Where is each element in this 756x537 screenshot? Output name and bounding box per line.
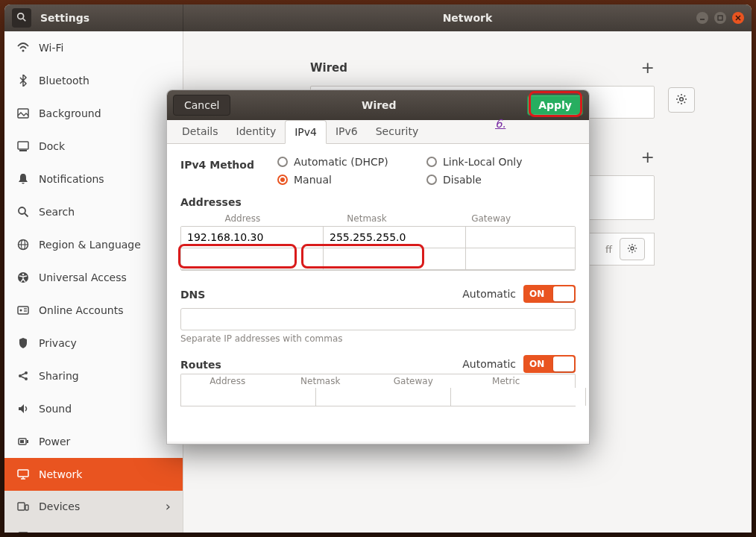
gateway-input[interactable] [466, 227, 576, 248]
minimize-button[interactable] [696, 12, 708, 24]
sidebar-item-sound[interactable]: Sound [4, 392, 183, 425]
routes-row: ✕ [180, 388, 576, 406]
dns-automatic-toggle[interactable]: ON [523, 285, 576, 303]
sidebar-item-universal-access[interactable]: Universal Access [4, 261, 183, 294]
routes-label: Routes [180, 359, 221, 371]
sidebar-item-label: Bluetooth [39, 75, 89, 87]
sidebar-item-power[interactable]: Power [4, 425, 183, 458]
dialog-body: IPv4 Method Automatic (DHCP) Link-Local … [167, 144, 589, 442]
sidebar-item-devices[interactable]: Devices › [4, 491, 183, 521]
sound-icon [16, 402, 30, 415]
tab-identity[interactable]: Identity [227, 120, 286, 143]
route-metric-input[interactable] [586, 388, 589, 406]
radio-icon [426, 157, 437, 167]
switch-on-label: ON [529, 289, 544, 299]
col-address: Address [181, 376, 274, 386]
address-row-1: ✕ [181, 227, 575, 248]
sidebar-item-label: Sound [39, 403, 72, 415]
search-icon [16, 205, 30, 219]
sidebar-item-label: Details [39, 531, 75, 533]
sidebar-item-wifi[interactable]: Wi-Fi [4, 31, 183, 64]
tab-details[interactable]: Details [173, 120, 227, 143]
wired-settings-button[interactable] [668, 87, 695, 113]
netmask-input[interactable] [324, 248, 466, 270]
sidebar-item-label: Background [39, 107, 101, 119]
sidebar-item-label: Privacy [39, 337, 77, 349]
apply-button[interactable]: Apply [527, 95, 583, 116]
dialog-title: Wired [362, 99, 397, 111]
add-wired-button[interactable]: + [641, 58, 655, 77]
svg-rect-3 [718, 16, 722, 20]
cancel-label: Cancel [184, 99, 219, 111]
sidebar-item-region[interactable]: Region & Language [4, 228, 183, 261]
apply-label: Apply [538, 99, 572, 111]
route-address-input[interactable] [181, 388, 316, 406]
annotation-step6: 6. [495, 117, 505, 131]
maximize-button[interactable] [714, 12, 726, 24]
route-gateway-input[interactable] [451, 388, 586, 406]
sidebar-item-dock[interactable]: Dock [4, 130, 183, 163]
proxy-status: ff [605, 244, 612, 255]
close-button[interactable] [732, 12, 744, 24]
radio-label: Manual [294, 174, 332, 186]
sidebar-item-details[interactable]: Details › [4, 521, 183, 533]
tab-ipv4[interactable]: IPv4 [285, 120, 327, 144]
svg-line-25 [22, 377, 25, 378]
sidebar-item-label: Sharing [39, 370, 79, 382]
address-input[interactable] [181, 227, 324, 248]
col-gateway: Gateway [367, 376, 460, 386]
dialog-header: Cancel Wired Apply [167, 90, 589, 120]
dns-input[interactable] [180, 308, 576, 330]
sidebar-item-sharing[interactable]: Sharing [4, 359, 183, 392]
address-row-2: ✕ [181, 248, 575, 270]
netmask-input[interactable] [324, 227, 466, 248]
dns-label: DNS [180, 289, 205, 301]
radio-icon [277, 157, 288, 167]
radio-disable[interactable]: Disable [426, 174, 576, 186]
tab-security[interactable]: Security [367, 120, 428, 143]
gateway-input[interactable] [466, 248, 576, 270]
addresses-label: Addresses [180, 196, 576, 208]
page-title: Network [443, 12, 493, 24]
radio-automatic[interactable]: Automatic (DHCP) [277, 156, 426, 168]
search-button[interactable] [12, 8, 31, 28]
svg-rect-17 [18, 307, 28, 314]
svg-line-11 [25, 213, 28, 217]
route-netmask-input[interactable] [316, 388, 451, 406]
sidebar-item-label: Wi-Fi [39, 42, 63, 54]
sidebar-item-privacy[interactable]: Privacy [4, 327, 183, 359]
power-icon [16, 435, 30, 448]
cancel-button[interactable]: Cancel [173, 95, 230, 116]
sidebar-item-label: Devices [39, 500, 80, 512]
radio-manual[interactable]: Manual [277, 174, 426, 186]
sidebar: Wi-Fi Bluetooth Background Dock Notifica… [4, 31, 183, 533]
sidebar-item-label: Network [39, 468, 82, 480]
routes-automatic-toggle[interactable]: ON [523, 355, 576, 373]
gear-icon [627, 243, 637, 256]
addresses-header: Address Netmask Gateway [180, 211, 576, 226]
devices-icon [16, 500, 30, 513]
sidebar-item-online-accounts[interactable]: Online Accounts [4, 294, 183, 327]
tab-ipv6[interactable]: IPv6 [327, 120, 367, 143]
svg-rect-27 [27, 440, 28, 443]
sidebar-item-search[interactable]: Search [4, 195, 183, 228]
chevron-right-icon: › [166, 498, 171, 514]
radio-label: Disable [443, 174, 482, 186]
radio-icon [277, 175, 288, 185]
sidebar-item-background[interactable]: Background [4, 97, 183, 130]
switch-on-label: ON [529, 359, 544, 369]
proxy-settings-button[interactable] [620, 238, 645, 260]
sidebar-item-label: Dock [39, 140, 65, 152]
add-vpn-button[interactable]: + [641, 148, 655, 166]
address-input[interactable] [181, 248, 324, 270]
sidebar-item-network[interactable]: Network [4, 458, 183, 491]
col-metric: Metric [460, 376, 553, 386]
svg-point-10 [19, 207, 25, 214]
sidebar-item-notifications[interactable]: Notifications [4, 163, 183, 195]
gear-icon [675, 93, 687, 107]
col-netmask: Netmask [274, 376, 368, 386]
dns-hint: Separate IP addresses with commas [180, 333, 576, 344]
radio-linklocal[interactable]: Link-Local Only [426, 156, 576, 168]
sidebar-item-bluetooth[interactable]: Bluetooth [4, 64, 183, 97]
svg-line-24 [22, 374, 25, 375]
